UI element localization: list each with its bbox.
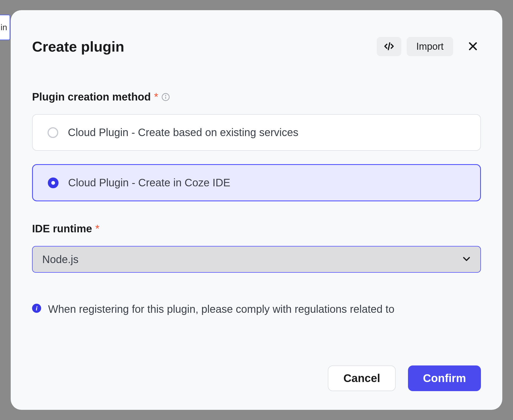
- close-button[interactable]: [465, 38, 481, 55]
- confirm-button-label: Confirm: [423, 372, 466, 384]
- creation-method-label-text: Plugin creation method: [32, 91, 151, 103]
- required-asterisk: *: [154, 91, 158, 103]
- ide-runtime-label-text: IDE runtime: [32, 223, 92, 235]
- ide-runtime-section: IDE runtime * Node.js: [32, 223, 481, 273]
- creation-method-section: Plugin creation method * Cloud Plugin - …: [32, 91, 481, 201]
- radio-label: Cloud Plugin - Create in Coze IDE: [68, 177, 230, 189]
- import-button[interactable]: Import: [407, 37, 453, 56]
- radio-circle-icon: [48, 127, 58, 138]
- backdrop-text: in: [1, 22, 7, 32]
- ide-runtime-select[interactable]: Node.js: [32, 246, 481, 273]
- close-icon: [467, 41, 479, 53]
- radio-option-existing-services[interactable]: Cloud Plugin - Create based on existing …: [32, 114, 481, 151]
- radio-option-coze-ide[interactable]: Cloud Plugin - Create in Coze IDE: [32, 164, 481, 201]
- notice-text: When registering for this plugin, please…: [48, 302, 394, 317]
- svg-point-5: [165, 95, 166, 96]
- svg-line-0: [388, 43, 390, 50]
- code-icon: [383, 40, 395, 53]
- creation-method-label: Plugin creation method *: [32, 91, 481, 103]
- ide-runtime-label: IDE runtime *: [32, 223, 481, 235]
- compliance-notice: When registering for this plugin, please…: [32, 302, 481, 317]
- required-asterisk: *: [95, 223, 99, 235]
- modal-header: Create plugin Import: [32, 37, 481, 56]
- info-filled-icon: [32, 304, 41, 313]
- create-plugin-modal: Create plugin Import: [11, 10, 502, 410]
- ide-runtime-value: Node.js: [42, 253, 79, 265]
- cancel-button-label: Cancel: [343, 372, 380, 384]
- backdrop-fragment: in: [0, 15, 10, 40]
- modal-footer: Cancel Confirm: [32, 365, 481, 391]
- radio-label: Cloud Plugin - Create based on existing …: [68, 126, 298, 138]
- modal-title: Create plugin: [32, 38, 124, 55]
- header-actions: Import: [377, 37, 481, 56]
- creation-method-radio-group: Cloud Plugin - Create based on existing …: [32, 114, 481, 201]
- confirm-button[interactable]: Confirm: [408, 365, 481, 391]
- info-icon[interactable]: [161, 93, 170, 101]
- code-button[interactable]: [377, 37, 401, 56]
- import-button-label: Import: [416, 41, 444, 52]
- ide-runtime-select-wrapper: Node.js: [32, 246, 481, 273]
- cancel-button[interactable]: Cancel: [328, 365, 396, 391]
- radio-circle-icon: [48, 178, 59, 188]
